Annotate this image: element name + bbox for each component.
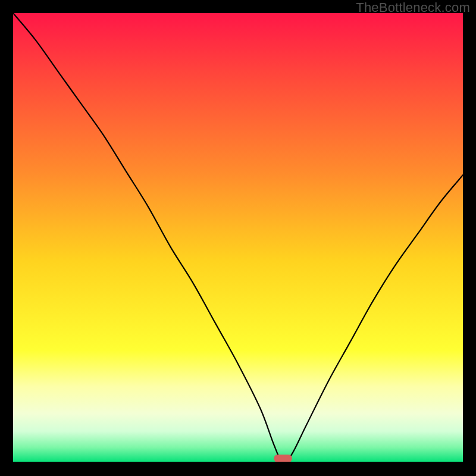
chart-svg xyxy=(13,13,463,463)
attribution-label: TheBottleneck.com xyxy=(356,0,470,15)
chart-frame: TheBottleneck.com xyxy=(0,0,476,476)
minimum-marker xyxy=(274,455,292,462)
gradient-background xyxy=(13,13,463,463)
chart-plot-area xyxy=(13,13,463,463)
x-axis-line xyxy=(13,462,463,463)
